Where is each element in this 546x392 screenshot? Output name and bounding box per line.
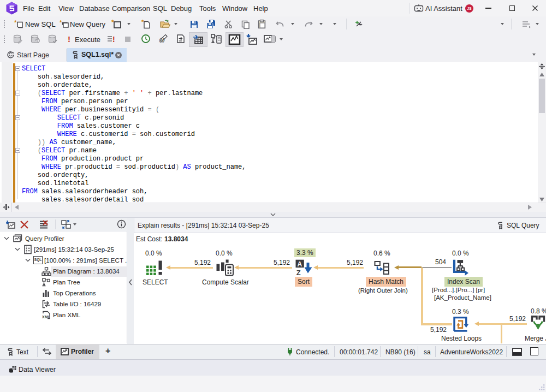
svg-text:*: * <box>141 20 144 25</box>
svg-text:Z: Z <box>296 269 301 276</box>
svg-text:XML: XML <box>42 315 51 319</box>
svg-text:@: @ <box>159 37 165 43</box>
svg-text:*: * <box>14 20 17 26</box>
svg-text:*: * <box>60 20 62 26</box>
svg-text:*: * <box>111 20 114 26</box>
svg-text:!: ! <box>112 35 115 44</box>
svg-text:A: A <box>298 260 302 268</box>
